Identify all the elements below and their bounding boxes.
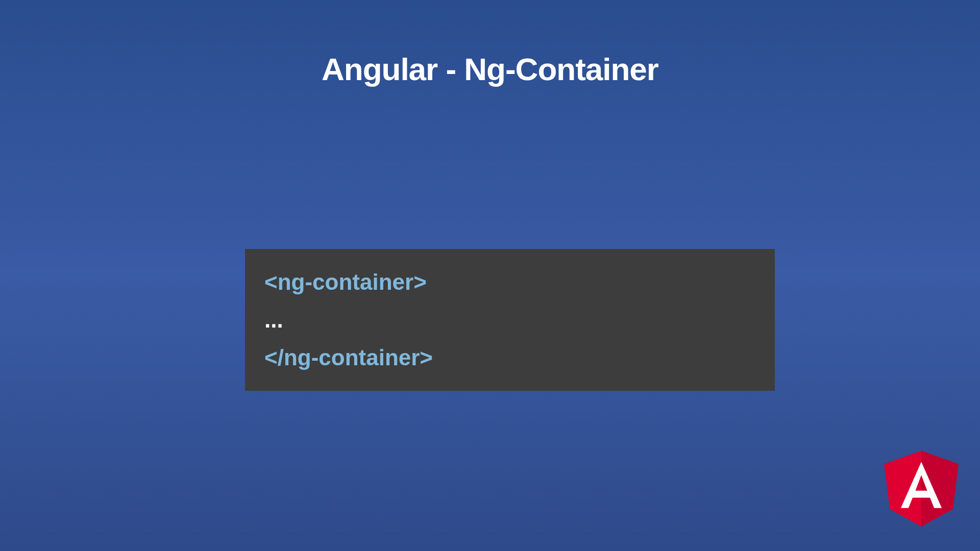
code-line-close: </ng-container> bbox=[264, 339, 755, 377]
code-line-open: <ng-container> bbox=[264, 263, 755, 301]
code-block: <ng-container> ... </ng-container> bbox=[245, 249, 775, 391]
angular-logo-icon bbox=[878, 444, 965, 536]
slide-title: Angular - Ng-Container bbox=[322, 51, 658, 87]
code-line-content: ... bbox=[264, 301, 755, 339]
